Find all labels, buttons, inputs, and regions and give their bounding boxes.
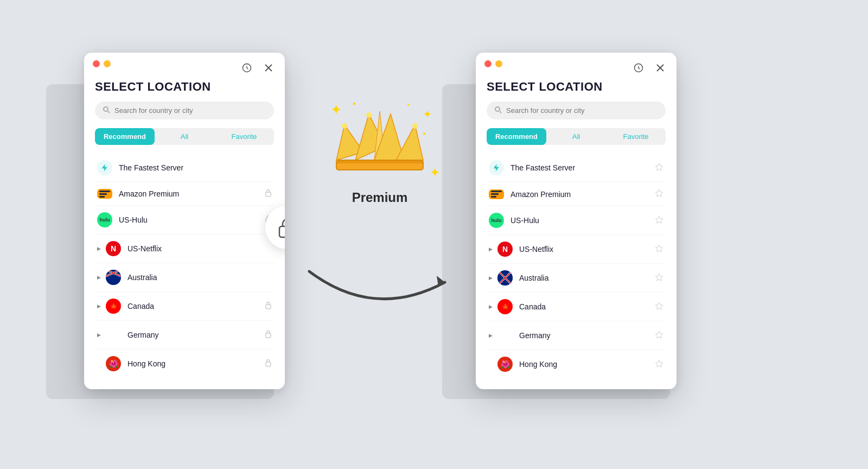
hulu-icon-left: hulu bbox=[97, 212, 112, 227]
left-germany-name: Germany bbox=[127, 331, 265, 339]
sparkle-dot-left: ● bbox=[353, 100, 356, 106]
left-server-item-fastest[interactable]: The Fastest Server bbox=[95, 154, 274, 182]
speed-button-left[interactable] bbox=[239, 60, 254, 75]
svg-point-27 bbox=[366, 112, 372, 118]
close-button-left[interactable] bbox=[261, 60, 276, 75]
right-hongkong-name: Hong Kong bbox=[519, 360, 655, 369]
australia-icon-left bbox=[106, 270, 121, 285]
left-search-input[interactable] bbox=[114, 106, 266, 115]
speed-button-right[interactable] bbox=[631, 60, 646, 75]
left-server-item-germany[interactable]: ▶ Germany bbox=[95, 321, 274, 350]
right-amazon-star[interactable] bbox=[655, 189, 663, 199]
svg-point-28 bbox=[412, 123, 418, 129]
svg-line-4 bbox=[108, 111, 110, 113]
right-server-item-hulu[interactable]: hulu US-Hulu bbox=[487, 206, 666, 235]
left-server-item-amazon[interactable]: Amazon Premium bbox=[95, 182, 274, 206]
left-australia-name: Australia bbox=[127, 273, 272, 282]
right-server-item-amazon[interactable]: Amazon Premium bbox=[487, 182, 666, 206]
premium-crown-container: ✦ ✦ ● ● ● ✦ bbox=[309, 98, 450, 205]
right-window-content: SELECT LOCATION Recommend All Favorite bbox=[476, 80, 676, 389]
hongkong-icon-left: 🌺 bbox=[106, 356, 121, 371]
svg-point-3 bbox=[104, 107, 108, 111]
traffic-lights-left bbox=[93, 60, 111, 67]
germany-icon-right bbox=[497, 328, 513, 343]
sparkle-dot-right-top: ● bbox=[407, 102, 410, 107]
right-title-bar-icons bbox=[631, 60, 668, 75]
svg-rect-15 bbox=[266, 362, 271, 366]
main-background: SELECT LOCATION Recommend All Favorite bbox=[0, 0, 868, 469]
right-canada-chevron: ▶ bbox=[489, 304, 494, 309]
right-app-window: SELECT LOCATION Recommend All Favorite bbox=[476, 53, 676, 389]
right-hulu-name: US-Hulu bbox=[510, 216, 655, 225]
right-server-item-canada[interactable]: ▶ 🍁 Canada bbox=[487, 293, 666, 321]
svg-marker-37 bbox=[655, 189, 662, 197]
canada-icon-left: 🍁 bbox=[106, 299, 121, 314]
amazon-icon-right bbox=[489, 189, 504, 199]
right-server-item-australia[interactable]: ▶ Australia bbox=[487, 264, 666, 293]
hongkong-icon-right: 🌺 bbox=[497, 357, 513, 372]
hulu-icon-right: hulu bbox=[489, 213, 504, 228]
right-canada-star[interactable] bbox=[655, 302, 663, 312]
traffic-light-yellow-right[interactable] bbox=[495, 60, 502, 67]
left-server-item-hongkong[interactable]: 🌺 Hong Kong bbox=[95, 350, 274, 378]
right-germany-star[interactable] bbox=[655, 331, 663, 341]
svg-rect-14 bbox=[266, 333, 271, 338]
right-netflix-star[interactable] bbox=[655, 244, 663, 255]
svg-rect-20 bbox=[336, 160, 423, 163]
left-tab-all[interactable]: All bbox=[155, 128, 214, 145]
right-search-input[interactable] bbox=[506, 106, 658, 115]
traffic-lights-right bbox=[484, 60, 502, 67]
left-server-item-australia[interactable]: ▶ Australia bbox=[95, 263, 274, 292]
amazon-stripes-left bbox=[98, 189, 111, 199]
right-hulu-star[interactable] bbox=[655, 216, 663, 226]
left-hongkong-lock bbox=[265, 359, 272, 369]
left-app-window: SELECT LOCATION Recommend All Favorite bbox=[84, 53, 285, 389]
traffic-light-red-right[interactable] bbox=[484, 60, 492, 67]
right-netflix-name: US-Netflix bbox=[519, 245, 655, 253]
germany-icon-left bbox=[106, 327, 121, 343]
right-search-bar[interactable] bbox=[487, 102, 666, 119]
right-tabs: Recommend All Favorite bbox=[487, 128, 666, 145]
right-germany-name: Germany bbox=[519, 331, 655, 340]
svg-rect-5 bbox=[266, 192, 271, 197]
left-server-item-canada[interactable]: ▶ 🍁 Canada bbox=[95, 292, 274, 321]
right-tab-all[interactable]: All bbox=[546, 128, 606, 145]
left-tab-favorite[interactable]: Favorite bbox=[214, 128, 274, 145]
left-server-list: The Fastest Server Amazon Premium bbox=[95, 154, 274, 378]
left-tab-recommend[interactable]: Recommend bbox=[95, 128, 155, 145]
left-canada-name: Canada bbox=[127, 302, 265, 310]
right-hongkong-star[interactable] bbox=[655, 359, 663, 370]
amazon-stripes-right bbox=[490, 189, 503, 199]
left-server-item-netflix[interactable]: ▶ N US-Netflix bbox=[95, 234, 274, 263]
svg-point-26 bbox=[342, 123, 347, 129]
right-tab-favorite[interactable]: Favorite bbox=[606, 128, 666, 145]
right-server-item-netflix[interactable]: ▶ N US-Netflix bbox=[487, 235, 666, 264]
left-hongkong-name: Hong Kong bbox=[127, 359, 265, 368]
left-canada-chevron: ▶ bbox=[97, 303, 103, 309]
right-fastest-name: The Fastest Server bbox=[510, 163, 655, 172]
svg-marker-36 bbox=[655, 163, 662, 170]
left-server-item-hulu[interactable]: hulu US-Hulu bbox=[95, 206, 274, 234]
svg-marker-48 bbox=[655, 360, 662, 367]
right-tab-recommend[interactable]: Recommend bbox=[487, 128, 546, 145]
right-server-item-germany[interactable]: ▶ Germany bbox=[487, 321, 666, 350]
traffic-light-red-left[interactable] bbox=[93, 60, 100, 67]
left-germany-chevron: ▶ bbox=[97, 332, 103, 338]
left-amazon-lock bbox=[265, 189, 272, 199]
close-button-right[interactable] bbox=[653, 60, 668, 75]
left-title-bar bbox=[84, 53, 285, 80]
netflix-icon-right: N bbox=[497, 242, 513, 257]
left-hulu-name: US-Hulu bbox=[119, 216, 265, 224]
netflix-icon-left: N bbox=[106, 241, 121, 256]
right-server-item-fastest[interactable]: The Fastest Server bbox=[487, 154, 666, 182]
left-search-bar[interactable] bbox=[95, 102, 274, 119]
traffic-light-yellow-left[interactable] bbox=[104, 60, 111, 67]
svg-marker-39 bbox=[655, 245, 662, 252]
left-netflix-name: US-Netflix bbox=[127, 244, 272, 253]
right-fastest-star[interactable] bbox=[655, 163, 663, 173]
svg-point-34 bbox=[495, 107, 500, 111]
premium-arrow bbox=[266, 255, 483, 320]
left-window-title: SELECT LOCATION bbox=[95, 80, 274, 94]
right-server-item-hongkong[interactable]: 🌺 Hong Kong bbox=[487, 350, 666, 378]
right-australia-star[interactable] bbox=[655, 273, 663, 283]
